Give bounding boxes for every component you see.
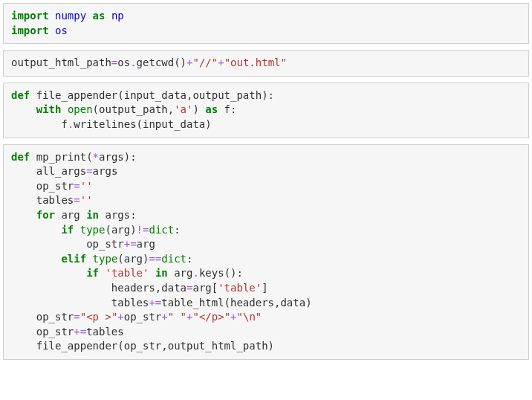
code-token: output_html_path [11, 57, 111, 68]
code-token: import [11, 10, 49, 22]
code-token: args): [99, 151, 137, 163]
code-line: import numpy as np [11, 9, 521, 24]
code-token: os [117, 57, 130, 68]
code-token [11, 267, 86, 279]
code-token: == [149, 253, 161, 265]
code-token: += [124, 238, 137, 250]
code-token: = [86, 165, 92, 177]
code-cell[interactable]: def mp_print(*args): all_args=args op_st… [3, 144, 529, 360]
code-token: file_appender(input_data,output_path): [30, 89, 274, 101]
code-token: * [93, 151, 99, 163]
code-token [149, 267, 155, 279]
code-token [74, 224, 80, 236]
code-cell[interactable]: output_html_path=os.getcwd()+"//"+"out.h… [3, 50, 529, 77]
code-cell[interactable]: import numpy as npimport os [3, 3, 529, 44]
code-token: : [186, 253, 192, 265]
code-token: with [36, 103, 62, 115]
code-token: open [68, 103, 93, 115]
code-token: arg[ [192, 282, 218, 294]
code-token: for [36, 209, 55, 221]
code-token: def [11, 151, 30, 163]
code-token: " " [168, 311, 186, 323]
code-token: : [174, 224, 180, 236]
code-token: np [111, 10, 124, 22]
code-line: tables+=table_html(headers,data) [11, 296, 521, 311]
code-token: elif [61, 253, 86, 265]
code-token: headers,data [11, 282, 186, 294]
code-token: + [186, 311, 192, 323]
code-line: op_str="<p >"+op_str+" "+"</p>"+"\n" [11, 310, 521, 325]
code-line: if 'table' in arg.keys(): [11, 266, 521, 281]
code-token: keys(): [199, 267, 243, 279]
code-token: numpy [55, 10, 86, 22]
code-line: with open(output_path,'a') as f: [11, 103, 521, 117]
code-token: "<p >" [80, 311, 118, 323]
code-line: output_html_path=os.getcwd()+"//"+"out.h… [11, 56, 521, 71]
code-line: tables='' [11, 193, 521, 208]
code-token: file_appender(op_str,output_html_path) [11, 340, 274, 352]
code-token: table_html(headers,data) [161, 297, 311, 309]
code-line: file_appender(op_str,output_html_path) [11, 339, 521, 354]
code-token: 'table' [105, 267, 149, 279]
code-token: '' [80, 180, 93, 192]
code-token: + [230, 311, 236, 323]
code-token: as [93, 10, 106, 22]
code-line: f.writelines(input_data) [11, 117, 521, 132]
code-token: = [74, 194, 80, 206]
code-line: elif type(arg)==dict: [11, 252, 521, 267]
code-token: ] [262, 282, 267, 294]
code-token: (arg) [105, 224, 136, 236]
code-token: getcwd() [137, 57, 186, 68]
code-token [11, 224, 61, 236]
code-token: op_str [11, 326, 74, 338]
code-token: tables [86, 326, 124, 338]
code-token: ) [192, 103, 205, 115]
code-line: for arg in args: [11, 208, 521, 223]
code-token [49, 25, 55, 36]
code-token: f: [218, 103, 236, 115]
code-token [86, 253, 92, 265]
code-token: (arg) [117, 253, 149, 265]
code-token: + [161, 311, 167, 323]
code-token: as [205, 103, 218, 115]
code-token: 'table' [218, 282, 262, 294]
code-token: "out.html" [224, 57, 287, 68]
code-token: " [256, 311, 262, 323]
code-token: "</p>" [193, 311, 231, 323]
code-token: op_str [124, 311, 162, 323]
code-line: import os [11, 24, 521, 39]
code-token: += [74, 326, 86, 338]
code-token: arg [168, 267, 193, 279]
code-token: '' [80, 194, 93, 206]
code-token: (output_path, [93, 103, 175, 115]
code-token: if [61, 224, 74, 236]
code-token: writelines(input_data) [74, 118, 211, 130]
code-token: f [11, 118, 68, 130]
code-line: def file_appender(input_data,output_path… [11, 88, 521, 103]
code-token: op_str [11, 238, 124, 250]
code-line: if type(arg)!=dict: [11, 223, 521, 238]
code-token: def [11, 89, 30, 101]
code-token: != [137, 224, 149, 236]
code-token: = [74, 311, 80, 323]
code-token [11, 253, 61, 265]
code-token: "//" [192, 57, 218, 68]
code-token: all_args [11, 165, 86, 177]
code-token: if [86, 267, 99, 279]
code-token: in [86, 209, 99, 221]
code-token: \n [243, 311, 256, 323]
code-token: os [55, 25, 68, 36]
code-token [105, 10, 111, 22]
code-token: type [93, 253, 118, 265]
code-token: + [218, 57, 224, 68]
code-token: " [237, 311, 243, 323]
code-token: op_str [11, 180, 74, 192]
code-cell[interactable]: def file_appender(input_data,output_path… [3, 83, 529, 138]
code-token [61, 103, 67, 115]
code-token: arg [55, 209, 86, 221]
code-token: dict [149, 224, 174, 236]
code-token: import [11, 25, 49, 36]
code-token: 'a' [174, 103, 192, 115]
notebook-container: import numpy as npimport osoutput_html_p… [3, 3, 529, 360]
code-token: in [155, 267, 168, 279]
